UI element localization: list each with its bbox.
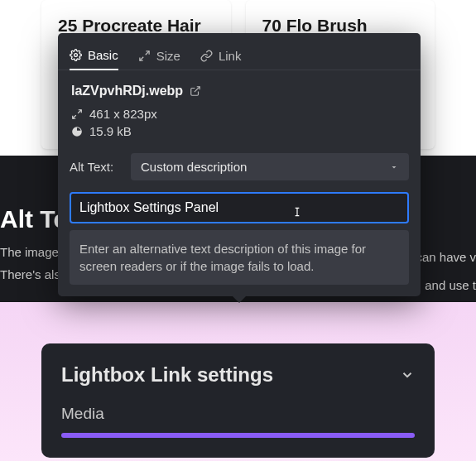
tab-label: Link xyxy=(219,49,242,63)
expand-icon xyxy=(138,50,151,62)
link-icon xyxy=(200,50,213,62)
external-link-icon[interactable] xyxy=(190,85,201,97)
tab-label: Size xyxy=(156,49,180,63)
select-value: Custom description xyxy=(141,160,247,174)
chevron-down-icon[interactable] xyxy=(400,367,415,382)
body-text: There's als xyxy=(0,267,60,281)
svg-line-4 xyxy=(78,109,81,113)
body-text: and use t xyxy=(425,278,476,292)
filesize-icon xyxy=(71,126,83,137)
tab-link[interactable]: Link xyxy=(200,41,242,70)
gear-icon xyxy=(70,49,82,61)
media-label: Media xyxy=(61,405,415,423)
alt-text-input[interactable] xyxy=(70,192,409,223)
filename: laZVpvhRDj.webp xyxy=(71,84,183,98)
body-text: The image xyxy=(0,245,59,259)
svg-line-2 xyxy=(140,56,143,60)
dimensions-icon xyxy=(71,108,83,120)
tab-size[interactable]: Size xyxy=(138,41,180,70)
alt-text-mode-select[interactable]: Custom description xyxy=(131,153,409,180)
image-filesize: 15.9 kB xyxy=(89,124,132,138)
alt-text-label: Alt Text: xyxy=(70,160,121,174)
alt-text-help: Enter an alternative text description of… xyxy=(70,230,409,285)
panel-title: Lightbox Link settings xyxy=(61,363,273,387)
media-progress-bar[interactable] xyxy=(61,433,415,438)
svg-line-3 xyxy=(195,87,200,92)
panel-pointer xyxy=(232,295,247,303)
svg-point-0 xyxy=(75,54,78,57)
lightbox-link-settings-panel: Lightbox Link settings Media xyxy=(41,343,435,458)
tab-basic[interactable]: Basic xyxy=(70,41,118,70)
tab-label: Basic xyxy=(88,48,118,62)
svg-line-1 xyxy=(145,50,148,54)
image-dimensions: 461 x 823px xyxy=(89,107,157,121)
image-settings-panel: Basic Size Link laZVpvhRDj.webp 461 x 82… xyxy=(58,33,421,296)
svg-line-5 xyxy=(73,115,76,118)
body-text: can have v xyxy=(416,250,476,264)
dropdown-caret-icon xyxy=(389,162,399,172)
